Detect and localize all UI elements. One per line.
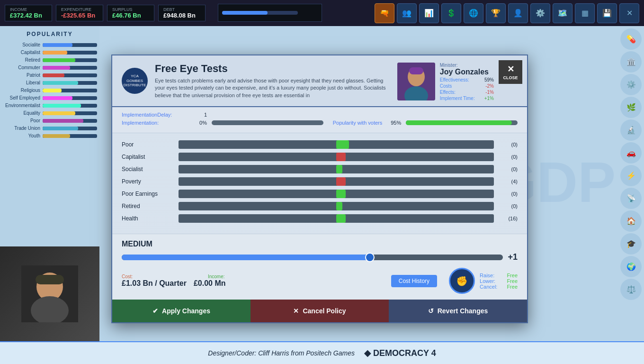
effect-bar-container [179,153,494,161]
cancel-label: Cancel Policy [303,307,346,315]
speed-indicator [222,11,298,15]
sidebar-item-label: Trade Union [2,126,40,131]
sidebar-item[interactable]: Environmentalist [2,103,97,108]
sidebar-bar-bg [43,111,97,115]
surplus-label: SURPLUS [112,7,149,12]
sidebar-item[interactable]: Retired [2,57,97,63]
right-icon-11[interactable]: 🌍 [620,256,642,277]
right-icon-1[interactable]: 💊 [620,28,642,50]
sidebar-item-label: Socialite [2,42,40,47]
impl-row: Implementation: 0% Popularity with voter… [122,120,518,126]
sidebar-item[interactable]: Equality [2,110,97,116]
right-icon-7[interactable]: ⚡ [620,165,642,186]
person-icon-btn[interactable]: 👤 [508,3,528,23]
sidebar-item[interactable]: Trade Union [2,126,97,131]
sidebar-item-label: Capitalist [2,50,40,55]
effects-section: Poor (0) Capitalist (0) Socialist (0) Po… [112,133,527,234]
map-icon-btn[interactable]: 🗺️ [553,3,572,23]
sidebar-item[interactable]: Socialite [2,42,97,47]
effect-label: Health [122,215,174,222]
policy-modal: YCA GOMBES DISTRIBUTE Free Eye Tests Eye… [111,55,528,323]
sliders-section: ImplementationDelay: 1 Implementation: 0… [112,107,527,133]
impl-label: Implementation: [122,120,188,126]
policy-slider-thumb[interactable] [365,253,375,262]
settings-icon-btn[interactable]: ⚙️ [530,3,550,23]
cancel-rlc-label: Cancel: [480,284,497,290]
expenditure-stat: EXPENDITURE -£325.65 Bn [56,5,103,21]
effect-bar-fill [336,202,342,210]
right-icon-12[interactable]: ⚖️ [620,279,642,300]
right-icon-3[interactable]: ⚙️ [620,74,642,95]
sidebar-bar-bg [43,43,97,47]
effect-count: (4) [499,179,518,184]
revert-icon: ↺ [428,307,434,315]
close-top-icon-btn[interactable]: ✕ [619,3,639,23]
save-icon-btn[interactable]: 💾 [597,3,617,23]
speed-bar[interactable] [218,4,322,22]
sidebar-item[interactable]: Youth [2,133,97,138]
sidebar-item[interactable]: Liberal [2,80,97,85]
effect-row: Health (16) [122,214,518,223]
democracy-logo: ◆ DEMOCRACY 4 [364,348,436,358]
gun-icon-btn[interactable]: 🔫 [375,3,394,23]
expenditure-label: EXPENDITURE [61,7,98,12]
sidebar-title: POPULARITY [2,31,97,37]
logo-icon: ◆ [364,348,371,358]
grid-icon-btn[interactable]: ▦ [575,3,595,23]
policy-slider-track[interactable] [122,255,503,260]
minister-name: Joy Gonzales [440,68,494,76]
close-button[interactable]: ✕ CLOSE [499,60,522,84]
right-icon-9[interactable]: 🏠 [620,210,642,232]
popularity-slider-track[interactable] [406,120,518,125]
effect-bar-fill [336,165,342,173]
effect-bar-fill [336,214,346,223]
revert-changes-button[interactable]: ↺ Revert Changes [389,300,527,322]
plus-one: +1 [508,252,518,262]
right-icon-2[interactable]: 🏛️ [620,51,642,73]
apply-changes-button[interactable]: ✔ Apply Changes [112,300,250,322]
impl-delay-row: ImplementationDelay: 1 [122,112,518,118]
cancel-policy-button[interactable]: ✕ Cancel Policy [250,300,389,322]
right-icon-8[interactable]: 📡 [620,188,642,209]
sidebar-bar-fill [43,81,78,85]
groups-icon-btn[interactable]: 👥 [397,3,417,23]
effect-count: (0) [499,166,518,172]
right-icon-6[interactable]: 🚗 [620,142,642,164]
lower-value: Free [507,278,518,284]
sidebar-item-label: Commuter [2,65,40,70]
income-label: INCOME [10,7,47,12]
costs-value: -2% [485,83,494,89]
sidebar-bar-bg [43,66,97,70]
right-icon-10[interactable]: 🎓 [620,233,642,255]
sidebar-bar-fill [43,58,75,62]
sidebar-item-label: Environmentalist [2,103,40,108]
sidebar-item[interactable]: Commuter [2,65,97,70]
sidebar-item[interactable]: Patriot [2,73,97,78]
minister-effectiveness: Effectiveness: 59% [440,77,494,82]
impl-delay-label: ImplementationDelay: [122,112,188,118]
sidebar-bar-bg [43,89,97,92]
medium-label: MEDIUM [122,240,518,248]
minister-avatar-svg [397,63,435,100]
rlc-container: ✊ Raise: Free Lower: Free Cancel: Free [449,268,518,294]
chart-icon-btn[interactable]: 📊 [419,3,439,23]
sidebar-item[interactable]: Poor [2,118,97,123]
trophy-icon-btn[interactable]: 🏆 [486,3,506,23]
minister-costs: Costs -2% [440,83,494,89]
sidebar-item-label: Religious [2,88,40,93]
sidebar-bar-fill [43,127,78,130]
sidebar-item[interactable]: Capitalist [2,50,97,55]
globe-icon-btn[interactable]: 🌐 [464,3,483,23]
minister-avatar [397,63,435,100]
dollar-icon-btn[interactable]: 💲 [441,3,461,23]
right-icon-4[interactable]: 🌿 [620,97,642,118]
right-icon-5[interactable]: 🔬 [620,119,642,141]
sidebar-item[interactable]: Religious [2,88,97,93]
sidebar-item[interactable]: Self Employed [2,95,97,100]
cost-history-button[interactable]: Cost History [391,275,437,287]
minister-info: Minister: Joy Gonzales Effectiveness: 59… [440,63,494,101]
impl-slider-track[interactable] [212,120,323,125]
effect-count: (0) [499,154,518,160]
bottom-bar-text: Designer/Coder: Cliff Harris from Posite… [208,349,355,357]
income-group: Income: £0.00 Mn [194,274,226,288]
